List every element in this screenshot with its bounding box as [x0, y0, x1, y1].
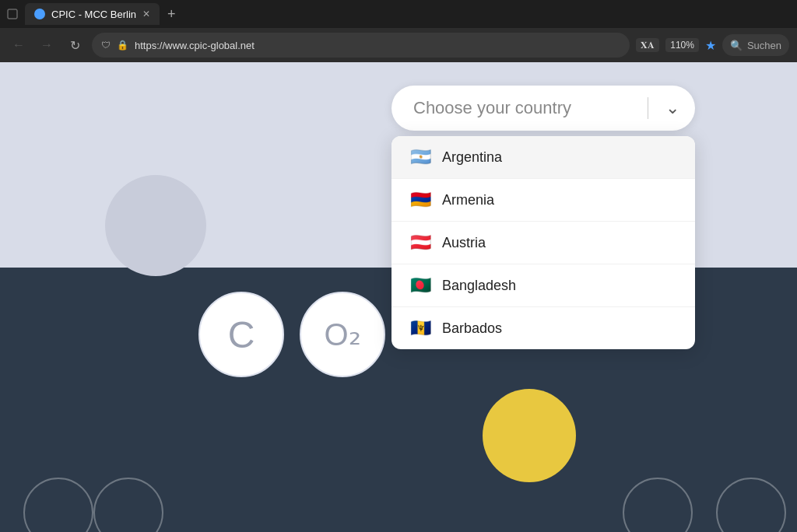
circle-o2: O₂ — [300, 292, 385, 377]
flag-argentina: 🇦🇷 — [410, 149, 431, 166]
circle-o2-label: O₂ — [324, 317, 360, 352]
country-name-barbados: Barbados — [442, 320, 502, 337]
bookmark-button[interactable]: ★ — [705, 38, 716, 53]
address-bar[interactable]: 🛡 🔒 https://www.cpic-global.net — [92, 33, 630, 58]
country-item-austria[interactable]: 🇦🇹 Austria — [391, 222, 695, 264]
browser-titlebar: CPIC - MCC Berlin ✕ + — [0, 0, 797, 28]
active-tab[interactable]: CPIC - MCC Berlin ✕ — [25, 3, 160, 25]
flag-austria: 🇦🇹 — [410, 234, 431, 251]
window-icon — [6, 8, 19, 20]
translate-icon: 𝐗𝐀 — [641, 40, 655, 51]
country-item-armenia[interactable]: 🇦🇲 Armenia — [391, 179, 695, 222]
refresh-button[interactable]: ↻ — [64, 34, 86, 56]
translate-button[interactable]: 𝐗𝐀 — [636, 38, 659, 52]
search-bar[interactable]: 🔍 Suchen — [722, 34, 789, 56]
tab-bar: CPIC - MCC Berlin ✕ + — [25, 3, 791, 25]
lock-icon: 🔒 — [117, 40, 128, 51]
search-icon: 🔍 — [730, 40, 743, 51]
back-button[interactable]: ← — [8, 34, 30, 56]
tab-title: CPIC - MCC Berlin — [51, 9, 136, 20]
country-item-bangladesh[interactable]: 🇧🇩 Bangladesh — [391, 264, 695, 307]
svg-rect-0 — [8, 9, 17, 19]
dropdown-placeholder: Choose your country — [413, 98, 638, 118]
tab-close-button[interactable]: ✕ — [142, 9, 150, 19]
circle-yellow — [483, 389, 576, 482]
dropdown-arrow-icon: ⌄ — [665, 98, 679, 118]
flag-barbados: 🇧🇧 — [410, 320, 431, 337]
country-dropdown-trigger[interactable]: Choose your country ⌄ — [391, 86, 695, 131]
page-content: C O₂ Choose your country ⌄ 🇦🇷 Argentina … — [0, 62, 797, 532]
flag-bangladesh: 🇧🇩 — [410, 277, 431, 294]
zoom-level[interactable]: 110% — [665, 38, 699, 52]
country-name-armenia: Armenia — [442, 192, 494, 208]
new-tab-button[interactable]: + — [164, 6, 179, 23]
dropdown-divider — [648, 97, 648, 119]
country-dropdown-menu: 🇦🇷 Argentina 🇦🇲 Armenia 🇦🇹 Austria 🇧🇩 Ba… — [391, 136, 695, 349]
country-item-barbados[interactable]: 🇧🇧 Barbados — [391, 307, 695, 349]
flag-armenia: 🇦🇲 — [410, 191, 431, 208]
url-text: https://www.cpic-global.net — [135, 40, 620, 51]
country-item-argentina[interactable]: 🇦🇷 Argentina — [391, 136, 695, 179]
country-name-bangladesh: Bangladesh — [442, 278, 516, 294]
forward-button[interactable]: → — [36, 34, 58, 56]
nav-right-controls: 𝐗𝐀 110% ★ 🔍 Suchen — [636, 34, 789, 56]
tab-favicon — [34, 9, 45, 19]
country-name-austria: Austria — [442, 235, 486, 251]
browser-navbar: ← → ↻ 🛡 🔒 https://www.cpic-global.net 𝐗𝐀… — [0, 28, 797, 62]
country-name-argentina: Argentina — [442, 149, 502, 166]
shield-icon: 🛡 — [101, 40, 111, 51]
circle-c: C — [198, 292, 284, 377]
circle-c-label: C — [228, 313, 255, 356]
search-placeholder: Suchen — [747, 40, 781, 51]
decorative-circle-large — [105, 175, 206, 276]
